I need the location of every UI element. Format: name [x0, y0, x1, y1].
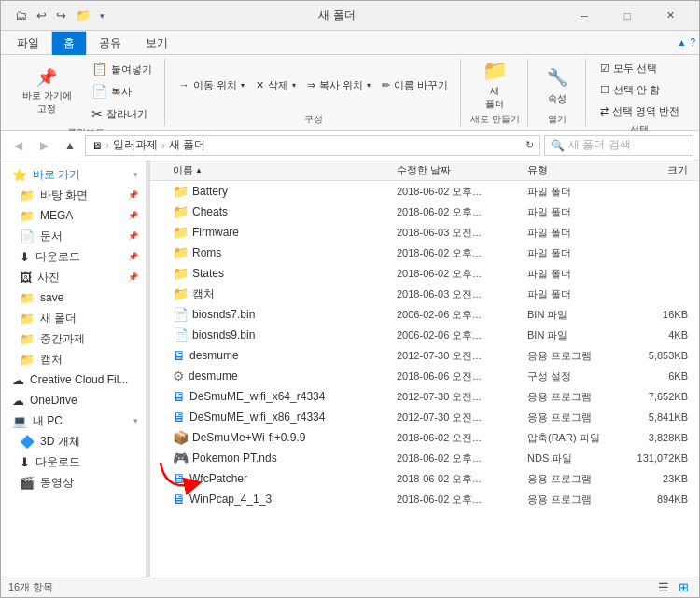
- table-row[interactable]: 🖥 DeSmuME_wifi_x86_r4334 2012-07-30 오전..…: [150, 407, 699, 427]
- system-icon: 🗂: [12, 7, 30, 24]
- table-row[interactable]: 📁 캠처 2018-06-03 오전... 파일 폴더: [150, 284, 699, 304]
- table-row[interactable]: 🖥 desmume 2012-07-30 오전... 응용 프로그램 5,853…: [150, 345, 699, 366]
- tab-file[interactable]: 파일: [5, 31, 51, 55]
- ribbon-group-open: 🔧 속성 열기: [530, 59, 586, 126]
- table-row[interactable]: 🖥 DeSmuME_wifi_x64_r4334 2012-07-30 오전..…: [150, 386, 699, 407]
- file-type-cell: 응용 프로그램: [527, 493, 621, 507]
- col-header-name[interactable]: 이름 ▲: [154, 163, 397, 177]
- table-row[interactable]: 🖥 WinPcap_4_1_3 2018-06-02 오후... 응용 프로그램…: [150, 489, 699, 509]
- search-bar[interactable]: 🔍 새 폴더 검색: [544, 135, 693, 156]
- view-options: ☰ ⊞: [655, 580, 692, 594]
- large-icon-view-button[interactable]: ⊞: [676, 580, 692, 594]
- ribbon-group-select: ☑ 모두 선택 ☐ 선택 안 함 ⇄ 선택 영역 반전 선택: [588, 59, 692, 126]
- file-name-text: DeSmuME_wifi_x86_r4334: [189, 410, 325, 424]
- select-none-button[interactable]: ☐ 선택 안 함: [595, 80, 684, 100]
- address-area: ◀ ▶ ▲ 🖥 › 일러과제 › 새 폴더 ↻ 🔍 새 폴더 검색: [1, 131, 699, 160]
- sidebar-item-save[interactable]: 📁 save: [1, 287, 146, 308]
- new-folder-button[interactable]: 📁 새폴더: [475, 59, 514, 111]
- delete-button[interactable]: ✕ 삭제 ▾: [251, 76, 301, 95]
- file-name-text: WfcPatcher: [189, 472, 247, 485]
- file-type-cell: 응용 프로그램: [527, 472, 621, 486]
- documents-icon: 📄: [20, 229, 35, 243]
- forward-button[interactable]: ▶: [33, 134, 55, 157]
- maximize-button[interactable]: □: [606, 1, 649, 31]
- invert-select-button[interactable]: ⇄ 선택 영역 반전: [595, 102, 684, 121]
- copy-to-button[interactable]: ⇒ 복사 위치 ▾: [302, 76, 375, 95]
- select-none-icon: ☐: [600, 84, 609, 96]
- expand-icon: ▾: [133, 170, 138, 179]
- quick-access-dropdown[interactable]: ▾: [97, 9, 107, 22]
- table-row[interactable]: 🖥 WfcPatcher 2018-06-02 오후... 응용 프로그램 23…: [150, 468, 699, 489]
- cut-button[interactable]: ✂ 잘라내기: [87, 104, 157, 124]
- move-to-button[interactable]: → 이동 위치 ▾: [175, 76, 249, 95]
- sidebar-item-mega[interactable]: 📁 MEGA 📌: [1, 205, 146, 226]
- tab-share[interactable]: 공유: [87, 31, 133, 55]
- table-row[interactable]: 📄 biosnds7.bin 2006-02-06 오후... BIN 파일 1…: [150, 304, 699, 325]
- minimize-button[interactable]: ─: [563, 1, 606, 31]
- sidebar-item-mypc[interactable]: 💻 내 PC ▾: [1, 410, 146, 431]
- sidebar-item-desktop[interactable]: 📁 바탕 화면 📌: [1, 185, 146, 205]
- pin-indicator-doc: 📌: [128, 231, 138, 241]
- tab-home[interactable]: 홈: [51, 31, 87, 55]
- up-button[interactable]: ▲: [59, 134, 81, 157]
- address-bar[interactable]: 🖥 › 일러과제 › 새 폴더 ↻: [85, 135, 540, 156]
- rename-icon: ✏: [382, 79, 390, 91]
- table-row[interactable]: 📄 biosnds9.bin 2006-02-06 오후... BIN 파일 4…: [150, 325, 699, 345]
- undo-button[interactable]: ↩: [34, 7, 49, 24]
- sidebar-item-new-folder[interactable]: 📁 새 폴더: [1, 308, 146, 328]
- sidebar-item-camera[interactable]: 📁 캠처: [1, 349, 146, 369]
- delete-icon: ✕: [256, 79, 264, 91]
- close-button[interactable]: ✕: [649, 1, 692, 31]
- sidebar-item-downloads2[interactable]: ⬇ 다운로드: [1, 452, 146, 472]
- table-row[interactable]: 🎮 Pokemon PT.nds 2018-06-02 오후... NDS 파일…: [150, 448, 699, 468]
- file-type-cell: 파일 폴더: [527, 267, 621, 281]
- file-date-cell: 2018-06-02 오후...: [397, 205, 527, 219]
- copy-paste-group: 📋 붙여넣기 📄 복사 ✂ 잘라내기: [87, 59, 157, 124]
- sidebar-item-creative[interactable]: ☁ Creative Cloud Fil...: [1, 369, 146, 390]
- table-row[interactable]: 📁 States 2018-06-02 오후... 파일 폴더: [150, 263, 699, 284]
- sidebar-quick-access-label: 바로 가기: [33, 167, 128, 183]
- new-folder-label: 새폴더: [485, 85, 504, 111]
- paste-button[interactable]: 📋 붙여넣기: [87, 59, 157, 79]
- sidebar-item-photos[interactable]: 🖼 사진 📌: [1, 267, 146, 287]
- sidebar-item-quick-access[interactable]: ⭐ 바로 가기 ▾: [1, 164, 146, 185]
- sidebar-item-midterm[interactable]: 📁 중간과제: [1, 328, 146, 349]
- new-folder-quick[interactable]: 📁: [73, 7, 93, 24]
- sidebar-item-movies[interactable]: 🎬 동영상: [1, 472, 146, 493]
- refresh-button[interactable]: ↻: [525, 139, 534, 151]
- ribbon-group-new: 📁 새폴더 새로 만들기: [463, 59, 528, 126]
- file-name-cell: 📁 States: [154, 266, 397, 281]
- details-view-button[interactable]: ☰: [655, 580, 672, 594]
- properties-button[interactable]: 🔧 속성: [538, 59, 577, 111]
- window-controls: ─ □ ✕: [563, 1, 692, 31]
- table-row[interactable]: 📁 Firmware 2018-06-03 오전... 파일 폴더: [150, 222, 699, 243]
- table-row[interactable]: 📁 Battery 2018-06-02 오후... 파일 폴더: [150, 181, 699, 202]
- sidebar-item-3d[interactable]: 🔷 3D 개체: [1, 431, 146, 452]
- new-buttons: 📁 새폴더: [475, 59, 514, 111]
- file-list: 📁 Battery 2018-06-02 오후... 파일 폴더 📁 Cheat…: [150, 181, 699, 577]
- sidebar-item-downloads[interactable]: ⬇ 다운로드 📌: [1, 246, 146, 267]
- search-placeholder: 새 폴더 검색: [568, 137, 631, 153]
- col-header-date[interactable]: 수정한 날짜: [397, 163, 527, 177]
- ribbon-group-organize: → 이동 위치 ▾ ✕ 삭제 ▾ ⇒ 복사 위치 ▾: [167, 59, 461, 126]
- copy-button[interactable]: 📄 복사: [87, 81, 157, 102]
- file-name-cell: 🖥 WfcPatcher: [154, 471, 397, 486]
- ribbon-collapse[interactable]: ▲: [678, 37, 687, 48]
- table-row[interactable]: ⚙ desmume 2018-06-06 오전... 구성 설정 6KB: [150, 366, 699, 386]
- sidebar-item-documents[interactable]: 📄 문서 📌: [1, 226, 146, 246]
- back-button[interactable]: ◀: [7, 134, 29, 157]
- col-header-type[interactable]: 유형: [527, 163, 621, 177]
- col-header-size[interactable]: 크기: [621, 163, 695, 177]
- tab-view[interactable]: 보기: [133, 31, 180, 55]
- pin-button[interactable]: 📌 바로 가기에고정: [16, 65, 78, 118]
- help-icon[interactable]: ?: [690, 37, 695, 48]
- sidebar-item-onedrive[interactable]: ☁ OneDrive: [1, 390, 146, 410]
- redo-button[interactable]: ↪: [53, 7, 69, 24]
- 3d-icon: 🔷: [20, 435, 35, 449]
- table-row[interactable]: 📁 Roms 2018-06-02 오후... 파일 폴더: [150, 243, 699, 263]
- file-type-icon: 📁: [173, 204, 189, 219]
- table-row[interactable]: 📁 Cheats 2018-06-02 오후... 파일 폴더: [150, 202, 699, 222]
- rename-button[interactable]: ✏ 이름 바꾸기: [377, 76, 453, 95]
- select-all-button[interactable]: ☑ 모두 선택: [595, 59, 684, 78]
- table-row[interactable]: 📦 DeSmuMe+Wi-fi+0.9.9 2018-06-02 오전... 압…: [150, 427, 699, 448]
